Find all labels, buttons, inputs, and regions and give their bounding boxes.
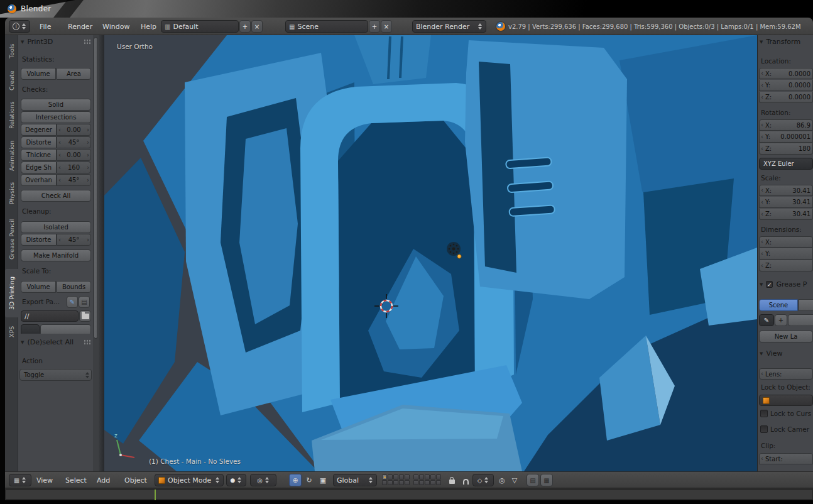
manipulator-scale-toggle[interactable]: ▣: [317, 474, 329, 486]
view-panel-header[interactable]: ▼ View: [760, 349, 812, 358]
layer-cell[interactable]: [413, 480, 418, 485]
check-overhang-button[interactable]: Overhan: [21, 174, 57, 186]
increment-icon[interactable]: ›: [87, 165, 89, 171]
snap-peel-toggle[interactable]: ◎: [496, 474, 508, 486]
print3d-panel-header[interactable]: ▼ Print3D: [21, 38, 91, 46]
scale-z-field[interactable]: ‹ Z:30.41: [759, 209, 813, 220]
check-edge-sharp-button[interactable]: Edge Sh: [21, 162, 57, 173]
rotation-mode-dropdown[interactable]: XYZ Euler: [759, 158, 813, 170]
file-browse-button[interactable]: [79, 310, 91, 322]
decrement-icon[interactable]: ‹: [761, 251, 763, 257]
scene-delete-button[interactable]: ×: [381, 20, 392, 33]
layer-cell[interactable]: [393, 474, 398, 479]
window-titlebar[interactable]: Blender: [0, 0, 813, 18]
decrement-icon[interactable]: ‹: [761, 70, 763, 77]
lock-cursor-checkbox[interactable]: [760, 410, 768, 417]
tab-3d-printing[interactable]: 3D Printing: [5, 269, 18, 317]
mode-dropdown[interactable]: Object Mode: [155, 474, 224, 486]
decrement-icon[interactable]: ‹: [761, 146, 763, 152]
increment-icon[interactable]: ›: [87, 237, 89, 243]
export-button[interactable]: [40, 324, 91, 334]
tab-create[interactable]: Create: [5, 67, 18, 94]
menu-file[interactable]: File: [40, 23, 51, 31]
scene-field[interactable]: ▦ Scene: [285, 20, 368, 33]
viewport-shading-dropdown[interactable]: ●: [226, 474, 246, 486]
decrement-icon[interactable]: ‹: [58, 165, 61, 171]
menu-object[interactable]: Object: [124, 476, 147, 485]
degenerate-value-field[interactable]: ‹ 0.00 ›: [57, 124, 91, 136]
lock-camera-checkbox[interactable]: [760, 425, 768, 433]
decrement-icon[interactable]: ‹: [761, 134, 763, 140]
opengl-render-anim-button[interactable]: ▦: [540, 474, 553, 486]
layout-add-button[interactable]: +: [239, 20, 251, 33]
decrement-icon[interactable]: ‹: [761, 94, 763, 101]
tab-grease-pencil[interactable]: Grease Pencil: [5, 212, 18, 266]
layer-cell[interactable]: [388, 480, 393, 485]
menu-window[interactable]: Window: [102, 23, 129, 31]
distorted-value-field[interactable]: ‹ 45° ›: [57, 136, 91, 148]
layer-cell[interactable]: [436, 474, 441, 479]
tab-xps[interactable]: XPS: [5, 320, 18, 342]
location-z-field[interactable]: ‹ Z:0.0000: [759, 92, 813, 103]
decrement-icon[interactable]: ‹: [761, 187, 763, 194]
decrement-icon[interactable]: ‹: [761, 211, 763, 217]
layer-cell[interactable]: [399, 474, 404, 479]
dimensions-z-field[interactable]: ‹ Z:: [759, 260, 813, 271]
grease-draw-button[interactable]: ✎: [759, 314, 774, 326]
editor-type-button[interactable]: i: [9, 20, 30, 33]
tab-physics[interactable]: Physics: [5, 178, 18, 209]
scale-to-volume-button[interactable]: Volume: [21, 281, 56, 293]
decrement-icon[interactable]: ‹: [58, 152, 61, 158]
area-button[interactable]: Area: [57, 68, 91, 80]
layer-cell[interactable]: [419, 480, 424, 485]
action-dropdown[interactable]: Toggle: [19, 369, 92, 381]
thickness-value-field[interactable]: ‹ 0.00 ›: [57, 149, 91, 161]
transform-panel-header[interactable]: ▼ Transform: [760, 38, 812, 46]
volume-button[interactable]: Volume: [21, 68, 56, 80]
tab-animation[interactable]: Animation: [5, 136, 18, 175]
make-manifold-button[interactable]: Make Manifold: [21, 249, 91, 261]
check-solid-button[interactable]: Solid: [21, 99, 91, 111]
increment-icon[interactable]: ›: [87, 152, 89, 158]
dimensions-y-field[interactable]: ‹ Y:: [759, 248, 813, 260]
increment-icon[interactable]: ›: [87, 140, 89, 146]
export-format-dropdown[interactable]: [21, 324, 40, 334]
toolshelf-scrollbar[interactable]: [94, 37, 98, 339]
manipulator-rotate-toggle[interactable]: ↻: [303, 474, 315, 486]
grease-pencil-checkbox[interactable]: ✓: [766, 281, 773, 288]
check-distorted-button[interactable]: Distorte: [21, 136, 57, 148]
tab-relations[interactable]: Relations: [5, 97, 18, 133]
lock-to-scene-toggle[interactable]: [446, 474, 457, 486]
cleanup-distorted-value-field[interactable]: ‹ 45° ›: [57, 234, 91, 246]
layer-cell[interactable]: [436, 480, 441, 485]
menu-help[interactable]: Help: [141, 23, 156, 31]
grease-add-button[interactable]: +: [775, 314, 787, 326]
grease-source-object-button[interactable]: [799, 299, 813, 311]
decrement-icon[interactable]: ‹: [761, 371, 763, 377]
timeline-region[interactable]: [5, 488, 813, 500]
decrement-icon[interactable]: ‹: [761, 122, 763, 128]
layer-cell[interactable]: [399, 480, 404, 485]
dimensions-x-field[interactable]: ‹ X:: [759, 236, 813, 248]
tab-tools[interactable]: Tools: [5, 38, 18, 64]
cleanup-isolated-button[interactable]: Isolated: [21, 221, 91, 233]
layer-cell[interactable]: [382, 474, 387, 479]
export-path-field[interactable]: //: [21, 310, 79, 322]
scale-x-field[interactable]: ‹ X:30.41: [759, 185, 813, 196]
increment-icon[interactable]: ›: [87, 127, 89, 133]
check-intersections-button[interactable]: Intersections: [21, 111, 91, 123]
check-all-button[interactable]: Check All: [21, 190, 91, 202]
decrement-icon[interactable]: ‹: [761, 199, 763, 205]
grease-source-scene-button[interactable]: Scene: [759, 299, 798, 311]
increment-icon[interactable]: ›: [87, 177, 89, 184]
decrement-icon[interactable]: ‹: [58, 237, 61, 243]
deselect-all-panel-header[interactable]: ▼ (De)select All: [21, 338, 91, 346]
opengl-render-button[interactable]: ▤: [527, 474, 539, 486]
scale-to-bounds-button[interactable]: Bounds: [57, 281, 91, 293]
overhang-value-field[interactable]: ‹ 45° ›: [57, 174, 91, 186]
decrement-icon[interactable]: ‹: [58, 177, 61, 184]
grease-extra-button[interactable]: [788, 314, 813, 326]
export-eyedropper-button[interactable]: ✎: [67, 296, 78, 308]
orientation-dropdown[interactable]: Global: [333, 474, 377, 486]
cleanup-distorted-button[interactable]: Distorte: [21, 234, 57, 246]
